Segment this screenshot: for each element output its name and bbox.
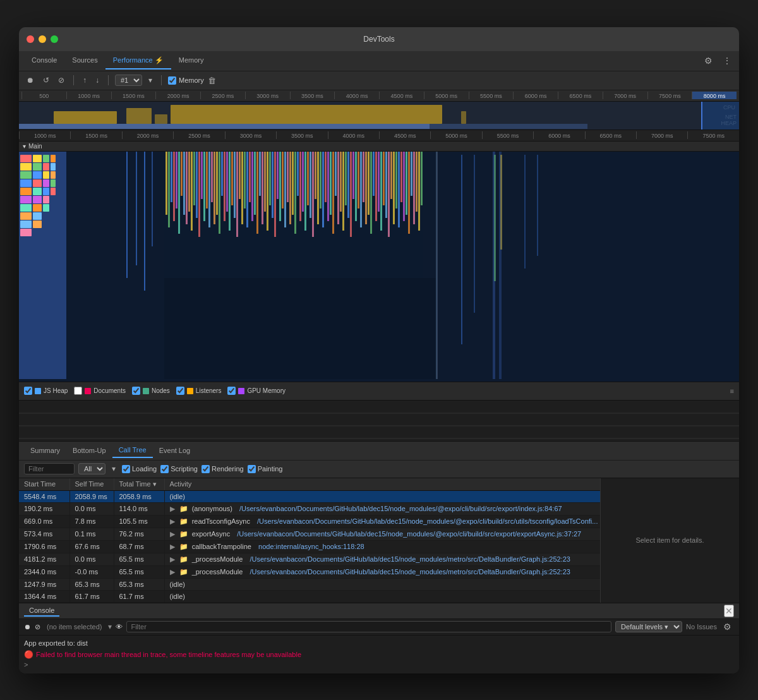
svg-rect-53 <box>188 152 190 212</box>
console-tab[interactable]: Console <box>24 605 59 617</box>
svg-rect-117 <box>350 152 352 237</box>
svg-rect-114 <box>342 152 344 231</box>
tick-500: 500 <box>21 92 66 99</box>
main-section-label: ▾ Main <box>19 142 739 152</box>
close-traffic-light[interactable] <box>27 35 34 43</box>
legend-nodes-checkbox[interactable] <box>132 387 140 395</box>
legend-documents-checkbox[interactable] <box>74 387 82 395</box>
svg-rect-157 <box>164 278 436 379</box>
upload-button[interactable]: ↑ <box>80 75 89 86</box>
tab-summary[interactable]: Summary <box>24 444 66 457</box>
console-item-dropdown[interactable]: ▾ <box>108 622 112 631</box>
delete-button[interactable]: 🗑 <box>208 76 216 85</box>
folder-icon-1: 📁 <box>179 505 188 512</box>
profile-dropdown[interactable]: ▾ <box>146 75 155 86</box>
tab-memory[interactable]: Memory <box>171 52 212 69</box>
legend-js-heap-checkbox[interactable] <box>24 387 32 395</box>
cell-start-7: 1247.9 ms <box>19 578 69 590</box>
legend-listeners[interactable]: Listeners <box>176 387 222 395</box>
expand-btn-4[interactable]: ▶ <box>170 543 175 550</box>
console-clear-icon[interactable]: ⊘ <box>35 623 40 631</box>
painting-checkbox[interactable] <box>248 465 256 473</box>
legend-gpu-memory-checkbox[interactable] <box>227 387 236 395</box>
activity-filter-select[interactable]: All <box>78 463 105 474</box>
scripting-checkbox-label[interactable]: Scripting <box>160 465 198 473</box>
expand-btn-2[interactable]: ▶ <box>170 517 175 525</box>
console-settings-icon[interactable]: ⚙ <box>721 620 734 633</box>
header-start-time[interactable]: Start Time <box>19 478 69 491</box>
flame-chart-area[interactable]: ▾ Main <box>19 142 739 382</box>
legend-js-heap[interactable]: JS Heap <box>24 387 68 395</box>
tab-performance[interactable]: Performance ⚡ <box>105 52 171 69</box>
svg-rect-123 <box>365 152 367 224</box>
expand-btn-1[interactable]: ▶ <box>170 505 175 512</box>
tab-event-log[interactable]: Event Log <box>153 444 197 457</box>
header-self-time[interactable]: Self Time <box>69 478 114 491</box>
expand-btn-6[interactable]: ▶ <box>170 568 175 576</box>
activity-path-2[interactable]: /Users/evanbacon/Documents/GitHub/lab/de… <box>257 517 598 525</box>
svg-rect-0 <box>54 111 117 124</box>
svg-rect-145 <box>421 152 423 205</box>
main-collapse-icon[interactable]: ▾ <box>23 143 26 150</box>
tab-call-tree[interactable]: Call Tree <box>112 443 153 458</box>
legend-gpu-memory[interactable]: GPU Memory <box>227 387 286 395</box>
more-icon-button[interactable]: ⋮ <box>720 54 734 67</box>
memory-checkbox-input[interactable] <box>168 76 176 85</box>
activity-path-5[interactable]: /Users/evanbacon/Documents/GitHub/lab/de… <box>250 555 570 563</box>
filter-dropdown-icon[interactable]: ▾ <box>109 463 118 474</box>
tab-console[interactable]: Console <box>24 52 64 69</box>
flame-chart-canvas[interactable] <box>19 152 739 382</box>
rendering-checkbox-label[interactable]: Rendering <box>202 465 244 473</box>
tick2-4500: 4500 ms <box>379 131 430 139</box>
settings-icon-button[interactable]: ⚙ <box>702 54 715 67</box>
memory-checkbox-label[interactable]: Memory <box>168 76 204 85</box>
expand-btn-5[interactable]: ▶ <box>170 555 175 563</box>
svg-rect-155 <box>524 155 526 269</box>
activity-name-8: (idle) <box>170 593 185 600</box>
svg-rect-14 <box>20 204 32 212</box>
details-placeholder: Select item for details. <box>635 536 704 544</box>
filter-input[interactable] <box>24 463 75 474</box>
profile-select[interactable]: #1 <box>115 75 142 86</box>
console-prompt-0[interactable]: > <box>24 661 734 668</box>
console-levels-select[interactable]: Default levels ▾ <box>615 621 682 632</box>
tab-bottom-up[interactable]: Bottom-Up <box>66 444 112 457</box>
legend-nodes[interactable]: Nodes <box>132 387 170 395</box>
loading-checkbox-label[interactable]: Loading <box>122 465 157 473</box>
main-label-text: Main <box>28 143 42 150</box>
window-title: DevTools <box>363 35 394 44</box>
activity-path-1[interactable]: /Users/evanbacon/Documents/GitHub/lab/de… <box>239 505 562 512</box>
painting-checkbox-label[interactable]: Painting <box>248 465 283 473</box>
refresh-button[interactable]: ↺ <box>40 75 52 86</box>
clear-button[interactable]: ⊘ <box>56 75 67 86</box>
table-wrapper: Start Time Self Time Total Time ▾ Activi… <box>19 478 739 603</box>
scripting-checkbox[interactable] <box>160 465 169 473</box>
console-close-button[interactable]: ✕ <box>724 605 734 617</box>
rendering-checkbox[interactable] <box>202 465 210 473</box>
loading-checkbox[interactable] <box>122 465 130 473</box>
tick-2500: 2500 ms <box>200 92 245 99</box>
svg-rect-63 <box>214 152 215 224</box>
activity-path-3[interactable]: /Users/evanbacon/Documents/GitHub/lab/de… <box>237 530 581 538</box>
svg-rect-113 <box>340 152 342 212</box>
console-filter-input[interactable] <box>126 621 611 632</box>
activity-path-4[interactable]: node:internal/async_hooks:118:28 <box>258 543 364 550</box>
tab-sources[interactable]: Sources <box>64 52 105 69</box>
svg-rect-41 <box>144 152 145 291</box>
svg-rect-86 <box>272 152 274 218</box>
expand-btn-3[interactable]: ▶ <box>170 530 175 538</box>
legend-listeners-checkbox[interactable] <box>176 387 184 395</box>
header-total-time[interactable]: Total Time ▾ <box>114 478 164 491</box>
download-button[interactable]: ↓ <box>93 75 102 86</box>
console-eye-icon[interactable]: 👁 <box>116 623 123 631</box>
record-button[interactable]: ⏺ <box>24 75 37 86</box>
activity-path-6[interactable]: /Users/evanbacon/Documents/GitHub/lab/de… <box>250 568 570 576</box>
legend-documents[interactable]: Documents <box>74 387 126 395</box>
svg-rect-128 <box>378 152 380 212</box>
legend-menu-icon[interactable]: ≡ <box>730 387 734 395</box>
svg-rect-10 <box>20 171 32 179</box>
minimize-traffic-light[interactable] <box>39 35 46 43</box>
svg-rect-9 <box>20 163 32 171</box>
svg-rect-21 <box>33 179 42 187</box>
maximize-traffic-light[interactable] <box>51 35 58 43</box>
